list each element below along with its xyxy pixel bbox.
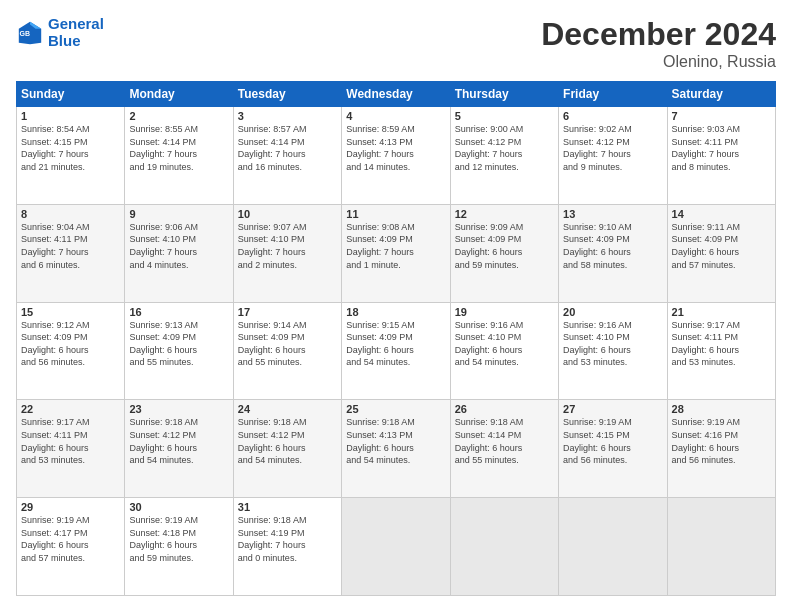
day-info: Sunrise: 9:19 AM Sunset: 4:18 PM Dayligh… [129, 514, 228, 564]
day-info: Sunrise: 9:18 AM Sunset: 4:14 PM Dayligh… [455, 416, 554, 466]
svg-text:GB: GB [20, 29, 31, 36]
day-number: 17 [238, 306, 337, 318]
day-info: Sunrise: 9:09 AM Sunset: 4:09 PM Dayligh… [455, 221, 554, 271]
day-info: Sunrise: 8:59 AM Sunset: 4:13 PM Dayligh… [346, 123, 445, 173]
day-info: Sunrise: 9:03 AM Sunset: 4:11 PM Dayligh… [672, 123, 771, 173]
day-info: Sunrise: 9:08 AM Sunset: 4:09 PM Dayligh… [346, 221, 445, 271]
day-number: 30 [129, 501, 228, 513]
day-cell: 16Sunrise: 9:13 AM Sunset: 4:09 PM Dayli… [125, 302, 233, 400]
logo-icon: GB [16, 19, 44, 47]
day-number: 20 [563, 306, 662, 318]
column-header-saturday: Saturday [667, 82, 775, 107]
day-cell [450, 498, 558, 596]
day-cell: 6Sunrise: 9:02 AM Sunset: 4:12 PM Daylig… [559, 107, 667, 205]
day-info: Sunrise: 9:18 AM Sunset: 4:19 PM Dayligh… [238, 514, 337, 564]
day-number: 15 [21, 306, 120, 318]
day-cell: 9Sunrise: 9:06 AM Sunset: 4:10 PM Daylig… [125, 204, 233, 302]
page: GB General Blue December 2024 Olenino, R… [0, 0, 792, 612]
day-info: Sunrise: 9:10 AM Sunset: 4:09 PM Dayligh… [563, 221, 662, 271]
day-info: Sunrise: 8:54 AM Sunset: 4:15 PM Dayligh… [21, 123, 120, 173]
day-number: 7 [672, 110, 771, 122]
calendar-table: SundayMondayTuesdayWednesdayThursdayFrid… [16, 81, 776, 596]
column-header-wednesday: Wednesday [342, 82, 450, 107]
day-info: Sunrise: 9:07 AM Sunset: 4:10 PM Dayligh… [238, 221, 337, 271]
week-row-3: 15Sunrise: 9:12 AM Sunset: 4:09 PM Dayli… [17, 302, 776, 400]
day-cell: 11Sunrise: 9:08 AM Sunset: 4:09 PM Dayli… [342, 204, 450, 302]
day-cell: 15Sunrise: 9:12 AM Sunset: 4:09 PM Dayli… [17, 302, 125, 400]
day-number: 22 [21, 403, 120, 415]
day-cell [559, 498, 667, 596]
day-number: 2 [129, 110, 228, 122]
day-number: 11 [346, 208, 445, 220]
day-number: 24 [238, 403, 337, 415]
day-cell: 8Sunrise: 9:04 AM Sunset: 4:11 PM Daylig… [17, 204, 125, 302]
day-info: Sunrise: 9:06 AM Sunset: 4:10 PM Dayligh… [129, 221, 228, 271]
day-info: Sunrise: 9:16 AM Sunset: 4:10 PM Dayligh… [455, 319, 554, 369]
day-number: 23 [129, 403, 228, 415]
logo-general: General [48, 15, 104, 32]
day-number: 1 [21, 110, 120, 122]
day-number: 31 [238, 501, 337, 513]
day-info: Sunrise: 9:02 AM Sunset: 4:12 PM Dayligh… [563, 123, 662, 173]
main-title: December 2024 [541, 16, 776, 53]
day-number: 25 [346, 403, 445, 415]
day-number: 29 [21, 501, 120, 513]
day-number: 8 [21, 208, 120, 220]
day-info: Sunrise: 9:17 AM Sunset: 4:11 PM Dayligh… [672, 319, 771, 369]
week-row-4: 22Sunrise: 9:17 AM Sunset: 4:11 PM Dayli… [17, 400, 776, 498]
day-number: 3 [238, 110, 337, 122]
day-cell: 18Sunrise: 9:15 AM Sunset: 4:09 PM Dayli… [342, 302, 450, 400]
day-cell: 30Sunrise: 9:19 AM Sunset: 4:18 PM Dayli… [125, 498, 233, 596]
day-cell: 3Sunrise: 8:57 AM Sunset: 4:14 PM Daylig… [233, 107, 341, 205]
column-header-sunday: Sunday [17, 82, 125, 107]
logo: GB General Blue [16, 16, 104, 49]
day-cell: 24Sunrise: 9:18 AM Sunset: 4:12 PM Dayli… [233, 400, 341, 498]
day-number: 9 [129, 208, 228, 220]
day-info: Sunrise: 9:19 AM Sunset: 4:17 PM Dayligh… [21, 514, 120, 564]
day-number: 18 [346, 306, 445, 318]
day-info: Sunrise: 9:18 AM Sunset: 4:12 PM Dayligh… [129, 416, 228, 466]
day-info: Sunrise: 9:18 AM Sunset: 4:12 PM Dayligh… [238, 416, 337, 466]
day-number: 14 [672, 208, 771, 220]
day-info: Sunrise: 9:00 AM Sunset: 4:12 PM Dayligh… [455, 123, 554, 173]
day-cell: 4Sunrise: 8:59 AM Sunset: 4:13 PM Daylig… [342, 107, 450, 205]
day-cell [667, 498, 775, 596]
day-cell: 7Sunrise: 9:03 AM Sunset: 4:11 PM Daylig… [667, 107, 775, 205]
day-number: 26 [455, 403, 554, 415]
day-cell: 31Sunrise: 9:18 AM Sunset: 4:19 PM Dayli… [233, 498, 341, 596]
day-number: 4 [346, 110, 445, 122]
logo-text: General Blue [48, 16, 104, 49]
subtitle: Olenino, Russia [541, 53, 776, 71]
day-cell: 5Sunrise: 9:00 AM Sunset: 4:12 PM Daylig… [450, 107, 558, 205]
title-block: December 2024 Olenino, Russia [541, 16, 776, 71]
day-number: 27 [563, 403, 662, 415]
day-info: Sunrise: 9:19 AM Sunset: 4:15 PM Dayligh… [563, 416, 662, 466]
day-info: Sunrise: 9:15 AM Sunset: 4:09 PM Dayligh… [346, 319, 445, 369]
day-cell: 2Sunrise: 8:55 AM Sunset: 4:14 PM Daylig… [125, 107, 233, 205]
day-info: Sunrise: 9:17 AM Sunset: 4:11 PM Dayligh… [21, 416, 120, 466]
day-info: Sunrise: 8:55 AM Sunset: 4:14 PM Dayligh… [129, 123, 228, 173]
column-header-tuesday: Tuesday [233, 82, 341, 107]
logo-blue: Blue [48, 33, 104, 50]
day-cell [342, 498, 450, 596]
week-row-5: 29Sunrise: 9:19 AM Sunset: 4:17 PM Dayli… [17, 498, 776, 596]
day-cell: 12Sunrise: 9:09 AM Sunset: 4:09 PM Dayli… [450, 204, 558, 302]
day-info: Sunrise: 9:04 AM Sunset: 4:11 PM Dayligh… [21, 221, 120, 271]
day-cell: 17Sunrise: 9:14 AM Sunset: 4:09 PM Dayli… [233, 302, 341, 400]
day-number: 10 [238, 208, 337, 220]
header: GB General Blue December 2024 Olenino, R… [16, 16, 776, 71]
day-cell: 26Sunrise: 9:18 AM Sunset: 4:14 PM Dayli… [450, 400, 558, 498]
day-cell: 1Sunrise: 8:54 AM Sunset: 4:15 PM Daylig… [17, 107, 125, 205]
day-cell: 10Sunrise: 9:07 AM Sunset: 4:10 PM Dayli… [233, 204, 341, 302]
day-cell: 22Sunrise: 9:17 AM Sunset: 4:11 PM Dayli… [17, 400, 125, 498]
day-number: 6 [563, 110, 662, 122]
day-cell: 27Sunrise: 9:19 AM Sunset: 4:15 PM Dayli… [559, 400, 667, 498]
day-info: Sunrise: 9:12 AM Sunset: 4:09 PM Dayligh… [21, 319, 120, 369]
day-cell: 25Sunrise: 9:18 AM Sunset: 4:13 PM Dayli… [342, 400, 450, 498]
day-info: Sunrise: 9:11 AM Sunset: 4:09 PM Dayligh… [672, 221, 771, 271]
day-info: Sunrise: 9:16 AM Sunset: 4:10 PM Dayligh… [563, 319, 662, 369]
day-info: Sunrise: 9:18 AM Sunset: 4:13 PM Dayligh… [346, 416, 445, 466]
day-cell: 13Sunrise: 9:10 AM Sunset: 4:09 PM Dayli… [559, 204, 667, 302]
day-info: Sunrise: 9:14 AM Sunset: 4:09 PM Dayligh… [238, 319, 337, 369]
day-info: Sunrise: 9:13 AM Sunset: 4:09 PM Dayligh… [129, 319, 228, 369]
